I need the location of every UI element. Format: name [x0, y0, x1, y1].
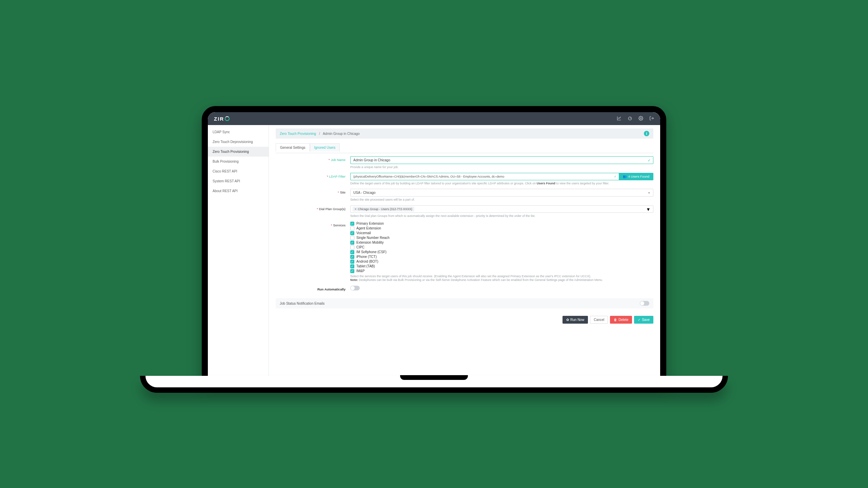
info-icon[interactable]: i: [644, 131, 649, 136]
service-label: Agent Extension: [356, 226, 381, 230]
laptop-base: [140, 376, 728, 393]
service-item: Agent Extension: [350, 226, 653, 230]
service-checkbox[interactable]: [350, 236, 354, 240]
sidebar: LDAP SyncZero Touch DeprovisioningZero T…: [208, 125, 269, 376]
sidebar-item[interactable]: Zero Touch Deprovisioning: [208, 137, 269, 147]
service-label: IM&P: [356, 269, 364, 273]
run-auto-toggle[interactable]: [350, 286, 360, 290]
chevron-down-icon: ▾: [647, 206, 650, 212]
app-body: LDAP SyncZero Touch DeprovisioningZero T…: [208, 125, 660, 376]
top-bar: ZIR: [208, 112, 660, 125]
service-item: Single Number Reach: [350, 236, 653, 240]
service-checkbox[interactable]: ✓: [350, 260, 354, 264]
svg-point-1: [640, 118, 642, 119]
services-row: *Services ✓Primary ExtensionAgent Extens…: [276, 220, 653, 284]
ldap-helper: Define the target users of this job by b…: [350, 182, 653, 186]
site-helper: Select the site processed users will be …: [350, 198, 653, 202]
ldap-row: *LDAP Filter (physicalDeliveryOfficeName…: [276, 171, 653, 187]
sidebar-item[interactable]: Cisco REST API: [208, 166, 269, 176]
job-name-label: *Job Name: [276, 156, 350, 162]
chart-icon[interactable]: [617, 116, 622, 122]
service-checkbox[interactable]: ✓: [350, 250, 354, 254]
job-name-row: *Job Name ✓ Provide a unique name for yo…: [276, 155, 653, 171]
service-item: ✓Extension Mobility: [350, 241, 653, 245]
sidebar-item[interactable]: About REST API: [208, 186, 269, 196]
service-item: CIPC: [350, 245, 653, 249]
service-label: CIPC: [356, 245, 364, 249]
service-checkbox[interactable]: ✓: [350, 241, 354, 245]
tabs: General SettingsIgnored Users: [276, 143, 653, 151]
site-select[interactable]: USA - Chicago: [350, 189, 653, 197]
check-icon: ✓: [614, 175, 617, 178]
dashboard-icon[interactable]: [628, 116, 632, 122]
service-label: IM Softphone (CSF): [356, 250, 387, 254]
breadcrumb: Zero Touch Provisioning / Admin Group in…: [280, 132, 360, 136]
topbar-icons: [617, 116, 654, 122]
brand-text: ZIR: [214, 116, 224, 122]
service-label: Android (BOT): [356, 260, 378, 263]
logout-icon[interactable]: [649, 116, 654, 122]
service-checkbox[interactable]: ✓: [350, 231, 354, 235]
breadcrumb-separator: /: [319, 132, 320, 136]
remove-tag-icon[interactable]: ×: [355, 207, 356, 211]
check-icon: ✓: [648, 158, 651, 162]
job-name-input[interactable]: [350, 156, 653, 164]
sidebar-item[interactable]: Bulk Provisioning: [208, 157, 269, 166]
trash-icon: 🗑: [614, 318, 617, 322]
run-auto-row: Run Automatically: [276, 284, 653, 293]
dial-plan-row: *Dial Plan Group(s) ×Chicago Group - Use…: [276, 204, 653, 220]
tab[interactable]: General Settings: [276, 143, 310, 151]
service-item: ✓iPhone (TCT): [350, 255, 653, 259]
service-checkbox[interactable]: ✓: [350, 264, 354, 268]
check-icon: ✓: [638, 318, 640, 322]
service-label: Single Number Reach: [356, 236, 390, 240]
laptop-mockup: ZIR LDAP SyncZero Touch DeprovisioningZe…: [202, 106, 666, 382]
form: *Job Name ✓ Provide a unique name for yo…: [276, 153, 653, 293]
sidebar-item[interactable]: System REST API: [208, 176, 269, 186]
site-row: *Site USA - Chicago ▾ Select the site pr…: [276, 187, 653, 204]
run-now-button[interactable]: ✿Run Now: [563, 316, 588, 324]
services-label: *Services: [276, 222, 350, 227]
service-label: Extension Mobility: [356, 241, 384, 244]
service-checkbox[interactable]: [350, 245, 354, 249]
breadcrumb-current: Admin Group in Chicago: [323, 132, 360, 136]
brand-logo: ZIR: [214, 116, 230, 122]
dial-plan-helper: Select the Dial plan Groups from which t…: [350, 214, 653, 218]
ldap-label: *LDAP Filter: [276, 173, 350, 178]
service-checkbox[interactable]: ✓: [350, 222, 354, 226]
save-button[interactable]: ✓Save: [634, 316, 653, 324]
sidebar-item[interactable]: Zero Touch Provisioning: [208, 147, 269, 157]
sidebar-item[interactable]: LDAP Sync: [208, 127, 269, 137]
tab[interactable]: Ignored Users: [310, 143, 340, 151]
cancel-button[interactable]: Cancel: [590, 316, 608, 324]
services-list: ✓Primary ExtensionAgent Extension✓Voicem…: [350, 222, 653, 273]
service-item: ✓IM Softphone (CSF): [350, 250, 653, 254]
notification-emails-title: Job Status Notification Emails: [280, 302, 324, 305]
delete-button[interactable]: 🗑Delete: [610, 316, 632, 324]
breadcrumb-link[interactable]: Zero Touch Provisioning: [280, 132, 316, 136]
users-icon: 👥: [623, 175, 627, 178]
service-item: ✓Android (BOT): [350, 260, 653, 264]
notification-emails-toggle[interactable]: [640, 301, 649, 306]
job-name-helper: Provide a unique name for your job.: [350, 165, 653, 169]
users-found-button[interactable]: 👥 4 Users Found: [619, 173, 653, 180]
run-auto-label: Run Automatically: [276, 286, 350, 291]
ldap-filter-input[interactable]: (physicalDeliveryOfficeName=CHI)(&(membe…: [350, 173, 619, 180]
services-helper: Select the services the target users of …: [350, 274, 653, 282]
dial-plan-tag: ×Chicago Group - Users (312-772-XXXX): [353, 207, 414, 211]
service-checkbox[interactable]: ✓: [350, 255, 354, 259]
service-label: Primary Extension: [356, 222, 384, 225]
service-checkbox[interactable]: [350, 226, 354, 230]
service-item: ✓Voicemail: [350, 231, 653, 235]
breadcrumb-bar: Zero Touch Provisioning / Admin Group in…: [276, 128, 653, 139]
dial-plan-select[interactable]: ×Chicago Group - Users (312-772-XXXX) ▾: [350, 205, 653, 213]
service-label: Tablet (TAB): [356, 264, 375, 268]
gear-icon: ✿: [566, 318, 569, 322]
service-checkbox[interactable]: ✓: [350, 269, 354, 273]
site-label: *Site: [276, 189, 350, 194]
service-item: ✓IM&P: [350, 269, 653, 273]
notification-emails-panel[interactable]: Job Status Notification Emails: [276, 298, 653, 308]
gear-icon[interactable]: [638, 116, 643, 122]
service-item: ✓Primary Extension: [350, 222, 653, 226]
app-screen: ZIR LDAP SyncZero Touch DeprovisioningZe…: [208, 112, 660, 376]
